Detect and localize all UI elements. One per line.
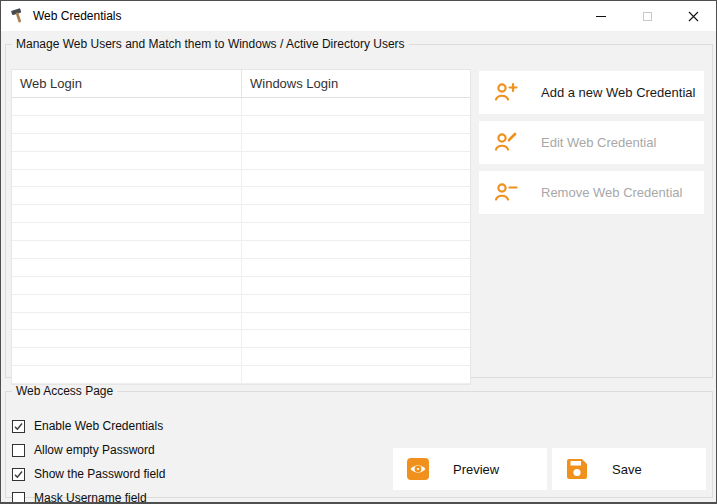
allow-empty-password-checkbox[interactable] bbox=[12, 444, 25, 457]
table-header: Web Login Windows Login bbox=[12, 70, 470, 98]
bottom-actions: Preview Save bbox=[393, 448, 706, 490]
column-header-windows-login[interactable]: Windows Login bbox=[242, 70, 472, 97]
app-hammer-icon bbox=[10, 8, 26, 24]
maximize-icon bbox=[643, 12, 652, 21]
edit-web-credential-label: Edit Web Credential bbox=[541, 135, 656, 150]
preview-label: Preview bbox=[453, 462, 499, 477]
window-controls bbox=[578, 1, 716, 31]
save-icon bbox=[564, 456, 590, 482]
checkbox-row[interactable]: Show the Password field bbox=[12, 462, 165, 486]
credential-actions: Add a new Web Credential Edit Web Creden… bbox=[479, 71, 704, 221]
credentials-table[interactable]: Web Login Windows Login bbox=[11, 69, 471, 385]
add-web-credential-label: Add a new Web Credential bbox=[541, 85, 695, 100]
check-icon bbox=[13, 469, 24, 480]
close-icon bbox=[688, 11, 699, 22]
web-access-page-group: Web Access Page Enable Web Credentials A… bbox=[5, 384, 713, 498]
window-title: Web Credentials bbox=[33, 9, 122, 23]
titlebar: Web Credentials bbox=[1, 1, 716, 31]
enable-web-credentials-label: Enable Web Credentials bbox=[34, 419, 163, 433]
manage-web-users-group: Manage Web Users and Match them to Windo… bbox=[5, 37, 713, 378]
web-credentials-window: Web Credentials Manage Web Users and Mat… bbox=[0, 0, 717, 504]
column-header-web-login[interactable]: Web Login bbox=[12, 70, 242, 97]
minimize-icon bbox=[596, 16, 606, 17]
eye-icon bbox=[405, 456, 431, 482]
table-rows bbox=[12, 98, 470, 384]
access-checkboxes: Enable Web Credentials Allow empty Passw… bbox=[12, 414, 165, 504]
preview-button[interactable]: Preview bbox=[393, 448, 547, 490]
close-button[interactable] bbox=[670, 1, 716, 31]
enable-web-credentials-checkbox[interactable] bbox=[12, 420, 25, 433]
mask-username-field-checkbox[interactable] bbox=[12, 492, 25, 504]
remove-web-credential-label: Remove Web Credential bbox=[541, 185, 682, 200]
remove-web-credential-button: Remove Web Credential bbox=[479, 171, 704, 214]
save-button[interactable]: Save bbox=[552, 448, 706, 490]
add-web-credential-button[interactable]: Add a new Web Credential bbox=[479, 71, 704, 114]
maximize-button bbox=[624, 1, 670, 31]
manage-group-label: Manage Web Users and Match them to Windo… bbox=[12, 37, 409, 51]
allow-empty-password-label: Allow empty Password bbox=[34, 443, 155, 457]
checkbox-row[interactable]: Enable Web Credentials bbox=[12, 414, 165, 438]
access-group-label: Web Access Page bbox=[12, 384, 117, 398]
user-add-icon bbox=[493, 80, 519, 106]
checkbox-row[interactable]: Mask Username field bbox=[12, 486, 165, 504]
mask-username-field-label: Mask Username field bbox=[34, 491, 147, 504]
user-edit-icon bbox=[493, 130, 519, 156]
edit-web-credential-button: Edit Web Credential bbox=[479, 121, 704, 164]
save-label: Save bbox=[612, 462, 642, 477]
show-password-field-label: Show the Password field bbox=[34, 467, 165, 481]
user-remove-icon bbox=[493, 180, 519, 206]
check-icon bbox=[13, 421, 24, 432]
column-separator bbox=[241, 98, 242, 384]
checkbox-row[interactable]: Allow empty Password bbox=[12, 438, 165, 462]
show-password-field-checkbox[interactable] bbox=[12, 468, 25, 481]
minimize-button[interactable] bbox=[578, 1, 624, 31]
